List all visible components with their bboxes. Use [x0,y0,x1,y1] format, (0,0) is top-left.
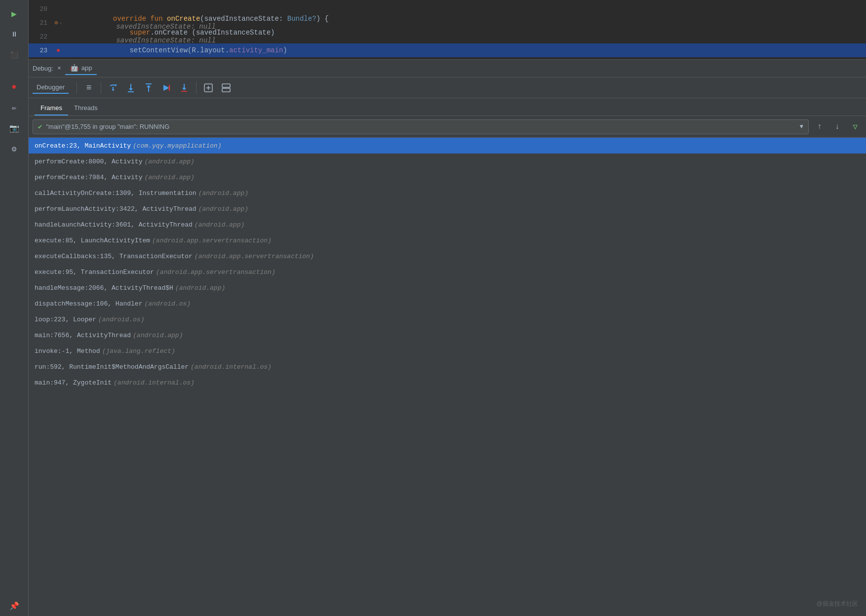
eval-btn[interactable] [200,80,216,96]
frame-package-13: (java.lang.reflect) [102,347,175,355]
frame-name-13: invoke:-1, Method [35,347,100,355]
frame-item-7[interactable]: executeCallbacks:135, TransactionExecuto… [29,248,866,264]
svg-marker-2 [112,89,115,91]
frame-package-15: (android.internal.os) [114,379,195,386]
svg-rect-18 [222,88,230,92]
frame-item-10[interactable]: dispatchMessage:106, Handler (android.os… [29,296,866,311]
frame-item-0[interactable]: onCreate:23, MainActivity (com.yqy.myapp… [29,138,866,154]
line-icon-21: ⊙ ⬦ [53,19,63,27]
frame-name-14: run:592, RuntimeInit$MethodAndArgsCaller [35,363,189,371]
watermark: @掘金技术社区 [817,600,858,608]
svg-marker-7 [147,85,151,87]
frame-item-15[interactable]: main:947, ZygoteInit (android.internal.o… [29,375,866,390]
frame-item-5[interactable]: handleLaunchActivity:3601, ActivityThrea… [29,217,866,232]
debug-tabbar: Debug: × 🤖 app [29,60,866,77]
thread-filter-btn[interactable]: ▽ [848,120,862,134]
debug-app-label: app [81,64,92,72]
frame-package-11: (android.os) [98,316,145,323]
frame-item-11[interactable]: loop:223, Looper (android.os) [29,311,866,327]
thread-nav-up-btn[interactable]: ↑ [813,120,827,134]
step-over-btn[interactable] [105,80,121,96]
line-icon-23: ● [53,46,63,54]
show-frames-btn[interactable]: ≡ [81,80,97,96]
frame-name-7: executeCallbacks:135, TransactionExecuto… [35,253,193,260]
toolbar-separator-1 [77,82,77,94]
sidebar-stop-icon[interactable]: ⬛ [4,45,24,65]
thread-selector-row: ✔ "main"@15,755 in group "main": RUNNING… [29,116,866,138]
sidebar-breakpoint-icon[interactable]: ● [4,77,24,97]
line-number-20: 20 [33,5,47,13]
frame-name-11: loop:223, Looper [35,316,96,323]
tab-threads[interactable]: Threads [68,101,104,116]
panel-tabs: Frames Threads [29,98,866,116]
frame-package-0: (com.yqy.myapplication) [133,142,221,150]
line-code-23: setContentView(R.layout.activity_main) [63,38,862,62]
toolbar-separator-2 [101,82,101,94]
frame-package-9: (android.app) [175,284,225,292]
frame-package-10: (android.os) [144,300,191,308]
svg-rect-17 [222,84,230,87]
frame-item-12[interactable]: main:7656, ActivityThread (android.app) [29,327,866,343]
frame-item-13[interactable]: invoke:-1, Method (java.lang.reflect) [29,343,866,359]
toolbar: Debugger ≡ [29,77,866,98]
debug-label: Debug: [33,65,53,72]
frame-name-5: handleLaunchActivity:3601, ActivityThrea… [35,221,193,229]
debug-app-tab[interactable]: 🤖 app [65,62,97,75]
frame-item-6[interactable]: execute:85, LaunchActivityItem (android.… [29,232,866,248]
frame-item-3[interactable]: callActivityOnCreate:1309, Instrumentati… [29,185,866,201]
frame-item-1[interactable]: performCreate:8000, Activity (android.ap… [29,154,866,169]
debug-close-btn[interactable]: × [57,65,61,72]
frame-package-2: (android.app) [144,174,194,181]
frame-package-12: (android.app) [133,332,183,339]
svg-marker-9 [163,85,169,91]
frame-name-8: execute:95, TransactionExecutor [35,269,154,276]
toolbar-separator-3 [196,82,197,94]
step-out-btn[interactable] [141,80,157,96]
frame-name-3: callActivityOnCreate:1309, Instrumentati… [35,190,197,197]
frame-package-1: (android.app) [144,158,194,165]
frame-item-9[interactable]: handleMessage:2066, ActivityThread$H (an… [29,280,866,296]
frame-name-9: handleMessage:2066, ActivityThread$H [35,284,173,292]
sidebar: ▶ ⏸ ⬛ ● ✏ 📷 ⚙ 📌 [0,0,29,616]
frame-item-14[interactable]: run:592, RuntimeInit$MethodAndArgsCaller… [29,359,866,375]
frame-name-0: onCreate:23, MainActivity [35,142,131,150]
frame-package-8: (android.app.servertransaction) [156,269,276,276]
frame-item-2[interactable]: performCreate:7984, Activity (android.ap… [29,169,866,185]
svg-marker-4 [129,88,133,91]
sidebar-pause-icon[interactable]: ⏸ [4,25,24,44]
frame-package-7: (android.app.servertransaction) [195,253,314,260]
frame-name-4: performLaunchActivity:3422, ActivityThre… [35,205,197,213]
frame-name-1: performCreate:8000, Activity [35,158,142,165]
step-into-btn[interactable] [123,80,139,96]
frame-package-14: (android.internal.os) [191,363,272,371]
line-number-21: 21 [33,19,47,27]
code-area: 20 21 ⊙ ⬦ override fun onCreate(savedIns… [29,0,866,60]
thread-check-icon: ✔ [38,122,42,131]
run-to-cursor-btn[interactable] [158,80,174,96]
frame-name-15: main:947, ZygoteInit [35,379,112,386]
thread-dropdown-arrow: ▼ [800,123,803,130]
sidebar-run-icon[interactable]: ▶ [4,4,24,24]
frame-name-2: performCreate:7984, Activity [35,174,142,181]
frame-item-8[interactable]: execute:95, TransactionExecutor (android… [29,264,866,280]
layout-btn[interactable] [218,80,234,96]
sidebar-pencil-icon[interactable]: ✏ [4,98,24,117]
frame-package-5: (android.app) [195,221,244,229]
thread-dropdown[interactable]: ✔ "main"@15,755 in group "main": RUNNING… [33,119,809,134]
svg-marker-12 [182,88,186,90]
thread-nav-down-btn[interactable]: ↓ [830,120,844,134]
force-step-into-btn[interactable] [176,80,192,96]
sidebar-settings-icon[interactable]: ⚙ [4,139,24,159]
line-number-22: 22 [33,33,47,40]
frame-package-6: (android.app.servertransaction) [152,237,272,244]
debugger-label: Debugger [33,81,69,94]
frame-package-3: (android.app) [198,190,248,197]
sidebar-camera-icon[interactable]: 📷 [4,118,24,138]
line-number-23: 23 [33,47,47,54]
tab-frames[interactable]: Frames [35,101,68,116]
code-line-23: 23 ● setContentView(R.layout.activity_ma… [29,43,866,57]
sidebar-pin-icon[interactable]: 📌 [4,596,24,616]
frame-item-4[interactable]: performLaunchActivity:3422, ActivityThre… [29,201,866,217]
main-content: 20 21 ⊙ ⬦ override fun onCreate(savedIns… [29,0,866,616]
frame-name-12: main:7656, ActivityThread [35,332,131,339]
